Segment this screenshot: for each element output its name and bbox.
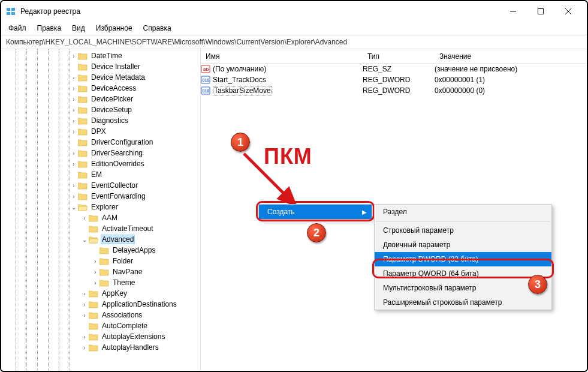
tree-label: AAM xyxy=(101,214,119,222)
tree-item[interactable]: ›EventForwarding xyxy=(1,191,200,202)
window-controls xyxy=(499,2,582,20)
chevron-icon[interactable]: › xyxy=(70,182,78,189)
value-row[interactable]: 010Start_TrackDocsREG_DWORD0x00000001 (1… xyxy=(201,74,587,85)
ctx-dword[interactable]: Параметр DWORD (32 бита) xyxy=(375,252,551,266)
maximize-button[interactable] xyxy=(527,2,554,20)
tree-item[interactable]: AutoComplete xyxy=(1,320,200,331)
tree-label: AutoplayExtensions xyxy=(101,332,166,341)
menu-edit[interactable]: Правка xyxy=(32,23,67,34)
ctx-binary[interactable]: Двоичный параметр xyxy=(375,238,551,252)
values-pane[interactable]: Имя Тип Значение ab(По умолчанию)REG_SZ(… xyxy=(201,49,587,371)
tree-item[interactable]: ›AutoplayExtensions xyxy=(1,331,200,342)
list-header: Имя Тип Значение xyxy=(201,49,587,64)
chevron-icon[interactable]: › xyxy=(80,344,89,351)
value-name: (По умолчанию) xyxy=(213,65,266,73)
ctx-key[interactable]: Раздел xyxy=(375,205,551,219)
tree-label: DriverSearching xyxy=(90,149,144,157)
tree-item[interactable]: ActivateTimeout xyxy=(1,223,200,234)
tree-item[interactable]: ›Associations xyxy=(1,310,200,320)
chevron-icon[interactable]: › xyxy=(80,312,89,319)
chevron-icon[interactable]: › xyxy=(70,107,78,113)
chevron-icon[interactable]: › xyxy=(70,74,78,81)
folder-icon xyxy=(78,116,88,125)
chevron-icon[interactable]: › xyxy=(91,258,99,265)
chevron-icon[interactable]: › xyxy=(70,128,78,135)
tree-pane[interactable]: ›DateTimeDevice Installer›Device Metadat… xyxy=(1,49,201,371)
value-name: TaskbarSizeMove xyxy=(213,86,272,95)
chevron-icon[interactable]: ⌄ xyxy=(80,236,89,243)
tree-item[interactable]: EM xyxy=(1,169,200,180)
minimize-button[interactable] xyxy=(499,2,527,20)
menu-view[interactable]: Вид xyxy=(67,23,90,34)
ctx-expandstring[interactable]: Расширяемый строковый параметр xyxy=(375,295,551,310)
tree-item[interactable]: ›AutoplayHandlers xyxy=(1,342,200,353)
chevron-icon[interactable]: › xyxy=(70,193,78,200)
tree-label: DateTime xyxy=(90,52,123,60)
folder-icon xyxy=(78,203,88,211)
ctx-create[interactable]: Создать▶ xyxy=(259,205,372,219)
tree-label: Device Metadata xyxy=(90,73,146,82)
tree-label: AppKey xyxy=(101,289,128,298)
col-type[interactable]: Тип xyxy=(363,52,435,61)
tree-item[interactable]: ›DeviceSetup xyxy=(1,104,200,115)
tree-item[interactable]: ›Diagnostics xyxy=(1,115,200,126)
chevron-icon[interactable]: › xyxy=(80,215,89,221)
tree-item[interactable]: ›NavPane xyxy=(1,266,200,277)
ctx-string[interactable]: Строковый параметр xyxy=(375,223,551,238)
folder-icon xyxy=(99,278,109,287)
tree-label: EventCollector xyxy=(90,181,139,190)
tree-item[interactable]: ›AAM xyxy=(1,212,200,223)
close-button[interactable] xyxy=(554,2,582,20)
col-name[interactable]: Имя xyxy=(201,52,363,61)
ctx-multistring[interactable]: Мультистроковый параметр xyxy=(375,281,551,295)
chevron-icon[interactable]: › xyxy=(80,290,89,297)
context-menu-1: Создать▶ xyxy=(258,204,372,220)
chevron-icon[interactable]: › xyxy=(91,269,99,275)
menu-help[interactable]: Справка xyxy=(138,23,176,34)
tree-item[interactable]: ›DPX xyxy=(1,126,200,137)
col-value[interactable]: Значение xyxy=(435,52,587,61)
tree-item[interactable]: ›DriverSearching xyxy=(1,148,200,158)
folder-icon xyxy=(99,246,109,254)
tree-item[interactable]: ⌄Explorer xyxy=(1,202,200,212)
tree-item[interactable]: ›Device Metadata xyxy=(1,72,200,83)
chevron-icon[interactable]: › xyxy=(70,161,78,167)
tree-item[interactable]: ›DevicePicker xyxy=(1,94,200,104)
value-row[interactable]: 010TaskbarSizeMoveREG_DWORD0x00000000 (0… xyxy=(201,85,587,96)
chevron-icon[interactable]: › xyxy=(91,280,99,286)
value-row[interactable]: ab(По умолчанию)REG_SZ(значение не присв… xyxy=(201,64,587,74)
annotation-rmb-label: ПКМ xyxy=(264,144,312,169)
tree-item[interactable]: ›Theme xyxy=(1,277,200,288)
chevron-icon[interactable]: › xyxy=(70,85,78,92)
tree-label: DeviceAccess xyxy=(90,84,137,92)
tree-item[interactable]: DriverConfiguration xyxy=(1,137,200,148)
chevron-icon[interactable]: › xyxy=(70,53,78,59)
folder-icon xyxy=(78,95,88,103)
chevron-icon[interactable]: ⌄ xyxy=(70,204,78,211)
value-data: 0x00000001 (1) xyxy=(435,76,587,84)
folder-icon xyxy=(89,332,98,341)
menu-favorites[interactable]: Избранное xyxy=(91,23,137,34)
tree-item[interactable]: ›DeviceAccess xyxy=(1,83,200,94)
chevron-icon[interactable]: › xyxy=(70,150,78,157)
tree-label: Theme xyxy=(111,278,136,287)
address-path: Компьютер\HKEY_LOCAL_MACHINE\SOFTWARE\Mi… xyxy=(6,38,347,46)
tree-item[interactable]: ›EventCollector xyxy=(1,180,200,191)
chevron-icon[interactable]: › xyxy=(80,334,89,340)
tree-item[interactable]: DelayedApps xyxy=(1,245,200,256)
menu-file[interactable]: Файл xyxy=(4,23,31,34)
chevron-icon[interactable]: › xyxy=(70,118,78,124)
tree-item[interactable]: ›AppKey xyxy=(1,288,200,299)
ctx-qword[interactable]: Параметр QWORD (64 бита) xyxy=(375,266,551,281)
svg-rect-5 xyxy=(538,9,544,14)
tree-item[interactable]: ›EditionOverrides xyxy=(1,158,200,169)
tree-item[interactable]: ›ApplicationDestinations xyxy=(1,299,200,310)
folder-icon xyxy=(78,84,88,92)
address-bar[interactable]: Компьютер\HKEY_LOCAL_MACHINE\SOFTWARE\Mi… xyxy=(1,35,587,49)
tree-item[interactable]: Device Installer xyxy=(1,61,200,72)
chevron-icon[interactable]: › xyxy=(70,96,78,103)
tree-item[interactable]: ›Folder xyxy=(1,256,200,266)
tree-item[interactable]: ›DateTime xyxy=(1,50,200,61)
tree-item[interactable]: ⌄Advanced xyxy=(1,234,200,245)
chevron-icon[interactable]: › xyxy=(80,301,89,308)
